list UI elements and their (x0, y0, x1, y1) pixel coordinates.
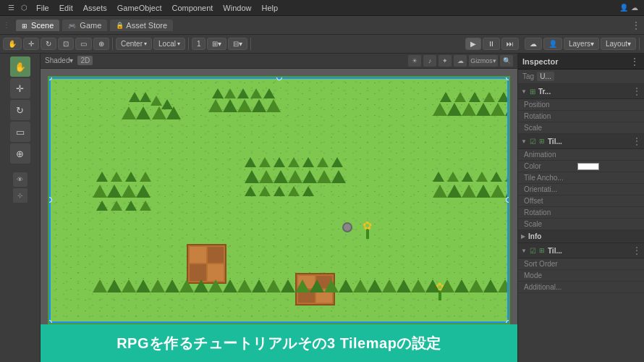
transform-tools: ✋ ✛ ↻ ⊡ ▭ ⊕ (3, 38, 113, 50)
tilemap2-menu-icon[interactable]: ⋮ (632, 245, 641, 256)
transform-section-header[interactable]: ▼ ⊞ Tr... ⋮ (518, 84, 644, 99)
move-tool-button[interactable]: ✛ (23, 38, 39, 50)
inspector-menu-icon[interactable]: ⋮ (630, 56, 640, 67)
menu-help[interactable]: Help (257, 2, 282, 14)
fx-icon[interactable]: ✦ (438, 55, 452, 67)
tree-cluster-center (245, 157, 353, 215)
gizmos-button[interactable]: Gizmos▾ (469, 55, 498, 67)
play-controls: ▶ ⏸ ⏭ (465, 38, 522, 50)
handle-bottomright[interactable] (506, 320, 510, 324)
color-value[interactable] (577, 163, 599, 170)
layout-dropdown-button[interactable]: Layout▾ (601, 38, 636, 50)
scene-view: Shaded▾ 2D ☀ ♪ ✦ ☁ Gizmos▾ 🔍 (41, 54, 517, 362)
layer-num-button[interactable]: 1 (192, 38, 206, 50)
2d-button[interactable]: 2D (77, 56, 93, 65)
light-icon[interactable]: ☀ (408, 55, 421, 67)
tile-anchor-label: Tile Ancho... (524, 174, 575, 182)
info-arrow-icon: ▶ (521, 233, 525, 240)
tag-value[interactable]: U... (537, 72, 554, 81)
menu-gameobject[interactable]: GameObject (113, 2, 166, 14)
tilemap-section-header[interactable]: ▼ ☑ ⊞ Til... ⋮ (518, 134, 644, 149)
menu-file[interactable]: File (32, 2, 54, 14)
mode-label: Mode (524, 272, 575, 279)
sort-order-label: Sort Order (524, 260, 575, 268)
collab-button[interactable]: ☁ (525, 38, 542, 50)
eye-icon[interactable]: 👁 (13, 172, 27, 187)
info-section-header[interactable]: ▶ Info (518, 230, 644, 243)
menu-component[interactable]: Component (167, 2, 217, 14)
rect-select-tool[interactable]: ▭ (10, 122, 30, 142)
account-button[interactable]: 👤 (543, 38, 562, 50)
local-button[interactable]: Local ▾ (153, 38, 185, 50)
title-text: RPGを作るチュートリアルその3 Tilemapの設定 (116, 334, 441, 353)
scene-view-toggle[interactable]: ☁ (454, 55, 467, 67)
cloud-icon[interactable]: ☁ (631, 4, 638, 12)
tree-cluster-topright (433, 92, 510, 128)
menu-assets[interactable]: Assets (79, 2, 111, 14)
handle-topright[interactable] (506, 76, 510, 80)
step-button[interactable]: ⏭ (501, 38, 519, 50)
transform-scale-label: Scale (524, 124, 575, 132)
tree-cluster-top-center (208, 88, 281, 125)
bottom-content: ✿ ✿ (41, 69, 517, 362)
tab-bar: ⋮ ⊞ Scene 🎮 Game 🔒 Asset Store ⋮ (0, 16, 644, 35)
grid-button[interactable]: ⊞▾ (207, 38, 226, 50)
tilemap-grid-icon: ⊞ (539, 138, 545, 145)
menu-window[interactable]: Window (219, 2, 255, 14)
search-scene-icon[interactable]: 🔍 (500, 55, 513, 67)
shading-button[interactable]: Shaded▾ (45, 56, 73, 64)
transform-multi-tool[interactable]: ⊕ (10, 143, 30, 164)
transform-component-icon: ⊞ (530, 88, 535, 96)
cursor-icon[interactable]: ⊹ (13, 188, 27, 203)
tilemap-section-label: Til... (548, 138, 562, 146)
transform-menu-icon[interactable]: ⋮ (632, 86, 641, 96)
tab-scene[interactable]: ⊞ Scene (16, 20, 59, 31)
tab-game[interactable]: 🎮 Game (62, 20, 107, 31)
cross-tool[interactable]: ✛ (10, 78, 30, 98)
tag-label: Tag (522, 72, 534, 80)
rect-tool-button[interactable]: ▭ (75, 38, 92, 50)
tilemap2-check-icon[interactable]: ☑ (530, 247, 536, 255)
play-button[interactable]: ▶ (465, 38, 481, 50)
tree-cluster-topleft (122, 92, 179, 128)
layers-button[interactable]: ⊟▾ (228, 38, 247, 50)
orientation-row: Orientati... (518, 184, 644, 195)
tab-asset-store[interactable]: 🔒 Asset Store (110, 20, 173, 31)
handle-bottomleft[interactable] (48, 320, 52, 324)
hand-tool-button[interactable]: ✋ (3, 38, 22, 50)
layers-dropdown-button[interactable]: Layers▾ (564, 38, 599, 50)
transform-scale-row: Scale (518, 122, 644, 134)
center-marker (342, 222, 352, 232)
offset-label: Offset (524, 197, 575, 205)
orientation-label: Orientati... (524, 185, 575, 193)
audio-icon[interactable]: ♪ (423, 55, 436, 67)
renderer-scale-label: Scale (524, 220, 575, 228)
main-area: ✋ ✛ ↻ ▭ ⊕ 👁 ⊹ Shaded▾ 2D ☀ ♪ ✦ ☁ Gizmos▾… (0, 54, 644, 362)
tilemap-menu-icon[interactable]: ⋮ (632, 136, 641, 146)
rotate-tool-button[interactable]: ↻ (41, 38, 56, 50)
game-canvas[interactable]: ✿ ✿ (48, 76, 510, 324)
canvas-wrapper: ✿ ✿ (41, 69, 517, 324)
pause-button[interactable]: ⏸ (483, 38, 500, 50)
transform-tool-button[interactable]: ⊕ (93, 38, 109, 50)
position-label: Position (524, 101, 575, 109)
handle-rightcenter[interactable] (506, 197, 510, 203)
menu-edit[interactable]: Edit (55, 2, 77, 14)
tree-cluster-bottom (93, 279, 510, 316)
account-icon[interactable]: 👤 (619, 4, 628, 12)
scale-tool-button[interactable]: ⊡ (58, 38, 74, 50)
transform-section-label: Tr... (538, 88, 551, 96)
transform-rotation-row: Rotation (518, 111, 644, 122)
unity-icon: ⬡ (19, 3, 29, 13)
hamburger-icon[interactable]: ☰ (6, 3, 16, 13)
hand-tool[interactable]: ✋ (10, 56, 30, 77)
transform-rotation-label: Rotation (524, 112, 575, 120)
tab-menu-icon[interactable]: ⋮ (631, 20, 641, 31)
info-section-label: Info (528, 232, 541, 240)
tree-cluster-right (433, 172, 510, 230)
center-button[interactable]: Center ▾ (116, 38, 152, 50)
rotate-tool[interactable]: ↻ (10, 100, 30, 120)
layer-group: 1 ⊞▾ ⊟▾ (192, 38, 252, 50)
tilemap-check-icon[interactable]: ☑ (530, 138, 536, 146)
tilemap2-section-header[interactable]: ▼ ☑ ⊞ Til... ⋮ (518, 243, 644, 258)
